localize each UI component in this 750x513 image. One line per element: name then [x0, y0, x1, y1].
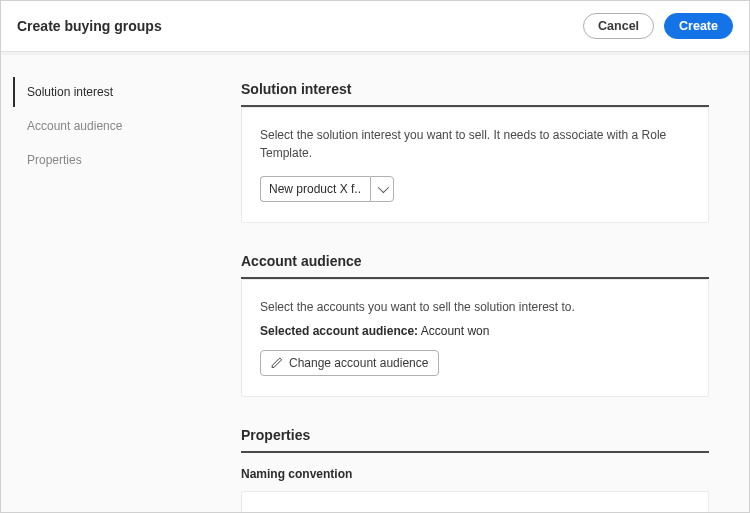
main: Solution interest Select the solution in…	[171, 55, 749, 512]
naming-convention-title: Naming convention	[241, 467, 709, 481]
selected-account-audience-label: Selected account audience:	[260, 324, 418, 338]
section-solution-interest: Solution interest Select the solution in…	[241, 81, 709, 223]
header: Create buying groups Cancel Create	[1, 1, 749, 52]
header-actions: Cancel Create	[583, 13, 733, 39]
account-audience-description: Select the accounts you want to sell the…	[260, 298, 690, 316]
selected-account-audience: Selected account audience: Account won	[260, 324, 690, 338]
change-account-audience-button[interactable]: Change account audience	[260, 350, 439, 376]
section-properties: Properties Naming convention Format [Sol…	[241, 427, 709, 512]
card-account-audience: Select the accounts you want to sell the…	[241, 279, 709, 397]
card-properties: Format [Solution interest] for [Account]	[241, 491, 709, 512]
solution-interest-description: Select the solution interest you want to…	[260, 126, 690, 162]
chevron-down-icon	[378, 182, 389, 193]
selected-account-audience-value: Account won	[421, 324, 490, 338]
solution-interest-select[interactable]	[260, 176, 394, 202]
body: Solution interest Account audience Prope…	[1, 52, 749, 512]
sidebar: Solution interest Account audience Prope…	[1, 55, 171, 512]
pencil-icon	[271, 357, 283, 369]
section-title-properties: Properties	[241, 427, 709, 453]
page-title: Create buying groups	[17, 18, 162, 34]
section-account-audience: Account audience Select the accounts you…	[241, 253, 709, 397]
format-label: Format	[260, 510, 690, 512]
create-button[interactable]: Create	[664, 13, 733, 39]
solution-interest-select-toggle[interactable]	[370, 176, 394, 202]
sidebar-item-properties[interactable]: Properties	[13, 145, 171, 175]
change-account-audience-label: Change account audience	[289, 356, 428, 370]
cancel-button[interactable]: Cancel	[583, 13, 654, 39]
section-title-account-audience: Account audience	[241, 253, 709, 279]
solution-interest-select-input[interactable]	[260, 176, 370, 202]
app-window: Create buying groups Cancel Create Solut…	[0, 0, 750, 513]
section-title-solution-interest: Solution interest	[241, 81, 709, 107]
card-solution-interest: Select the solution interest you want to…	[241, 107, 709, 223]
sidebar-item-solution-interest[interactable]: Solution interest	[13, 77, 171, 107]
sidebar-item-account-audience[interactable]: Account audience	[13, 111, 171, 141]
